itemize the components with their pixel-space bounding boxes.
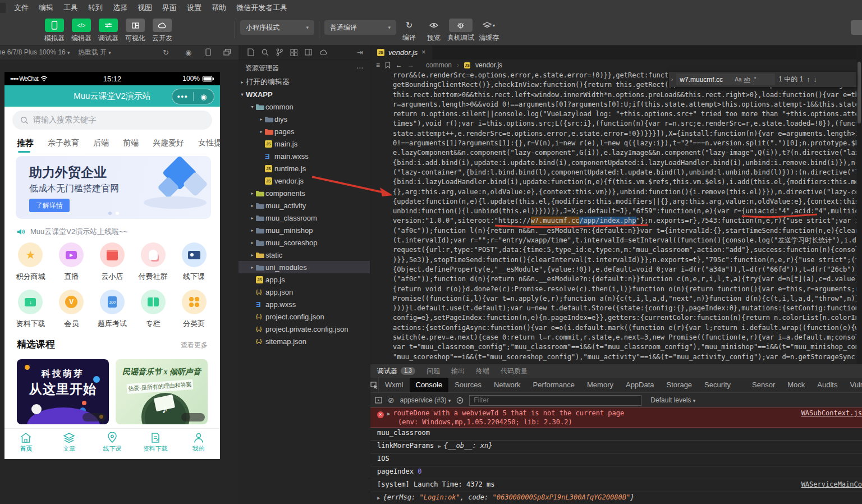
grid-item-points-mall[interactable]: ★ 积分商城	[10, 242, 51, 282]
tab-terminal[interactable]: 终端	[476, 366, 489, 376]
tree-item-muu-activity[interactable]: ▸muu_activity	[239, 199, 370, 212]
menu-interface[interactable]: 界面	[157, 0, 182, 16]
mode-dropdown[interactable]: 小程序模式▾	[240, 20, 314, 35]
devtab-mock[interactable]: Mock	[781, 378, 811, 392]
context-selector[interactable]: appservice (#3) ▾	[400, 396, 451, 404]
grid-item-categories[interactable]: 分类页	[173, 290, 214, 329]
more-dots-icon[interactable]: ●●●	[172, 94, 193, 99]
menu-settings[interactable]: 设置	[182, 0, 207, 16]
console-log-row[interactable]: muu_classroom	[370, 428, 862, 441]
search-input[interactable]: 请输入搜索关键字	[12, 111, 212, 130]
promo-banner[interactable]: 助力外贸企业 低成本无门槛搭建官网 了解详情	[16, 156, 211, 219]
grid-item-live[interactable]: ▶ 直播	[51, 242, 92, 282]
menu-tools[interactable]: 工具	[58, 0, 83, 16]
target-icon[interactable]: ◉	[194, 93, 214, 101]
console-error-row[interactable]: ✕▶routeDone with a webviewId 5 that is n…	[370, 407, 862, 428]
devtab-wxml[interactable]: Wxml	[379, 378, 410, 392]
grid-item-paid-community[interactable]: 付费社群	[132, 242, 173, 282]
sim-phone-icon[interactable]	[205, 48, 211, 56]
tree-item-main-wxss[interactable]: Ǝmain.wxss	[239, 150, 370, 162]
devtab-storage[interactable]: Storage	[661, 378, 699, 392]
grid-item-exam[interactable]: 100 题库考试	[92, 290, 133, 329]
course-card-tech[interactable]: 科技萌芽 从这里开始	[17, 359, 109, 424]
tree-item-app-json[interactable]: {..}app.json	[239, 286, 370, 298]
menu-edit[interactable]: 编辑	[34, 0, 58, 16]
console-log-row[interactable]: pageIndex 0	[370, 466, 862, 479]
tree-item-project-private-config[interactable]: {..}project.private.config.json	[239, 323, 370, 335]
compile-mode-dropdown[interactable]: 普通编译▾	[324, 20, 396, 35]
devtab-appdata[interactable]: AppData	[620, 378, 661, 392]
tree-open-editors[interactable]: ▸打开的编辑器	[239, 76, 370, 88]
devtab-audits[interactable]: Audits	[811, 378, 843, 392]
tree-item-static[interactable]: ▸static	[239, 249, 370, 261]
tab-problems[interactable]: 问题	[427, 366, 440, 376]
devtab-network[interactable]: Network	[488, 378, 527, 392]
device-selector[interactable]: ne 6/7/8 Plus 100% 16 ▾	[0, 48, 70, 56]
tree-item-vendor-js[interactable]: JSvendor.js	[239, 175, 370, 187]
tabbar-me[interactable]: 我的	[177, 429, 220, 459]
search-icon[interactable]	[262, 49, 269, 56]
grid-item-member[interactable]: V 会员	[51, 290, 92, 329]
regex-toggle[interactable]: .*	[753, 76, 756, 83]
menu-select[interactable]: 选择	[108, 0, 132, 16]
menu-help[interactable]: 帮助	[207, 0, 231, 16]
tab-backend[interactable]: 后端	[93, 138, 109, 148]
tree-item-diys[interactable]: ▸diys	[239, 113, 370, 125]
more-icon[interactable]: ⋯	[356, 64, 363, 72]
capsule-menu[interactable]: ●●● ◉	[172, 89, 214, 104]
editor-button[interactable]: </> 编辑器	[67, 19, 95, 43]
source-link[interactable]: WASubContext.js	[801, 409, 862, 418]
clear-console-icon[interactable]: ⊘	[388, 396, 395, 405]
clear-cache-button[interactable]: ▾ 清缓存	[473, 19, 505, 43]
tree-item-pages[interactable]: ▸pages	[239, 125, 370, 138]
tab-recommend[interactable]: 推荐	[17, 138, 34, 149]
devtab-console[interactable]: Console	[410, 378, 449, 392]
toggle-replace-icon[interactable]: ›	[671, 76, 673, 83]
course-card-music[interactable]: 民谣音乐节 x 倾听声音 热爱·是所有的理由和答案 ♪	[116, 359, 208, 424]
menu-view[interactable]: 视图	[132, 0, 157, 16]
visualization-button[interactable]: 可视化	[121, 19, 149, 43]
inspect-icon[interactable]	[370, 378, 379, 392]
banner-detail-button[interactable]: 了解详情	[29, 199, 70, 212]
notice-bar[interactable]: Muu云课堂V2演示站上线啦~~	[4, 224, 220, 239]
tree-item-project-config[interactable]: {..}project.config.json	[239, 310, 370, 323]
tab-women[interactable]: 女性提升	[198, 138, 220, 148]
tree-item-sitemap[interactable]: {..}sitemap.json	[239, 335, 370, 347]
cloud-dev-button[interactable]: 云开发	[148, 19, 176, 43]
devtab-sensor[interactable]: Sensor	[746, 378, 781, 392]
tab-debugger[interactable]: 调试器1,3	[377, 366, 415, 376]
tree-item-muu-classroom[interactable]: ▸muu_classroom	[239, 212, 370, 224]
tree-item-common[interactable]: ▾common	[239, 100, 370, 113]
debugger-button[interactable]: 调试器	[94, 19, 122, 43]
hot-reload-toggle[interactable]: 热重载 开 ▾	[78, 48, 111, 57]
tab-output[interactable]: 输出	[451, 366, 465, 376]
sim-refresh-icon[interactable]: ↻	[163, 48, 169, 57]
find-prev-icon[interactable]: ↑	[806, 76, 810, 84]
editor-scrollbar[interactable]	[856, 45, 862, 364]
sim-record-icon[interactable]: ◉	[185, 48, 191, 57]
sidebar-toggle-icon[interactable]	[375, 397, 382, 404]
console-log-row[interactable]: [system] Launch Time: 4372 msWAServiceMa…	[370, 479, 862, 492]
menu-devtools[interactable]: 微信开发者工具	[231, 0, 292, 16]
tabbar-home[interactable]: 首页	[4, 429, 48, 459]
tree-item-components[interactable]: ▸components	[239, 187, 370, 199]
tab-code-quality[interactable]: 代码质量	[501, 366, 528, 376]
tabbar-offline-class[interactable]: 线下课	[91, 429, 134, 459]
see-more-link[interactable]: 查看更多	[181, 341, 208, 350]
collapse-sidebar-icon[interactable]: ⇥	[357, 48, 363, 57]
find-input[interactable]	[678, 75, 732, 84]
tree-item-app-wxss[interactable]: Ǝapp.wxss	[239, 298, 370, 310]
tab-frontend[interactable]: 前端	[123, 138, 139, 148]
console-log-row[interactable]: linkMoreParams ▶{__ob__: xn}	[370, 441, 862, 453]
toolbar-overflow-button[interactable]	[851, 20, 862, 35]
whole-word-toggle[interactable]: ab	[744, 76, 750, 83]
match-case-toggle[interactable]: Aa	[735, 76, 741, 83]
tree-item-uni-modules[interactable]: ▸uni_modules	[239, 261, 370, 273]
menu-goto[interactable]: 转到	[83, 0, 108, 16]
tree-root-wxapp[interactable]: ▾WXAPP	[239, 88, 370, 100]
grid-item-cloud-shop[interactable]: 云小店	[92, 242, 133, 282]
filter-input[interactable]	[473, 396, 632, 405]
tree-item-muu-scoreshop[interactable]: ▸muu_scoreshop	[239, 236, 370, 249]
tree-item-runtime-js[interactable]: JSruntime.js	[239, 162, 370, 175]
console-object-row[interactable]: ▶{errMsg: "Login:ok", code: "063008000Sp…	[370, 492, 862, 504]
